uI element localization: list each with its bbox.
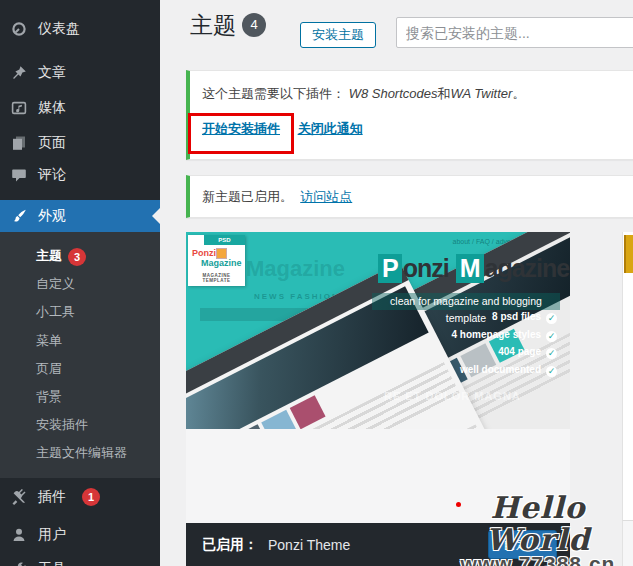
check-icon: ✓ (546, 366, 557, 377)
submenu-item-background[interactable]: 背景 (0, 383, 160, 411)
feature-item: well documented✓ (452, 361, 557, 379)
active-theme-status: 已启用： (202, 536, 258, 554)
check-icon: ✓ (546, 331, 557, 342)
submenu-item-menus[interactable]: 菜单 (0, 327, 160, 355)
plugin-icon (10, 488, 28, 506)
logo-subtitle: MAGAZINE TEMPLATE (188, 273, 245, 283)
sidebar-item-tools[interactable]: 工具 (0, 552, 160, 566)
psd-logo-card: PSD Ponzi Magazine MAGAZINE TEMPLATE (188, 235, 245, 286)
theme-screenshot[interactable]: Magazine NEWS FASHION CELEBRITY about / … (186, 232, 570, 429)
sidebar-item-label: 媒体 (38, 99, 66, 117)
sidebar-item-media[interactable]: 媒体 (0, 91, 160, 125)
feature-item: 4 homepage styles✓ (452, 326, 557, 344)
next-theme-card-footer-edge (622, 520, 633, 566)
dashboard-icon (10, 20, 28, 38)
theme-count-badge: 4 (242, 13, 266, 37)
dismiss-notice-link[interactable]: 关闭此通知 (298, 121, 363, 136)
plugin-required-notice: 这个主题需要以下插件： W8 Shortcodes和WA Twitter。 开始… (186, 70, 633, 160)
submenu-item-header[interactable]: 页眉 (0, 355, 160, 383)
sidebar-item-label: 页面 (38, 134, 66, 152)
submenu-item-theme-editor[interactable]: 主题文件编辑器 (0, 439, 160, 467)
sidebar-item-comments[interactable]: 评论 (0, 158, 160, 192)
pushpin-icon (10, 64, 28, 82)
sidebar-item-appearance[interactable]: 外观 (0, 200, 160, 232)
next-theme-screenshot-edge (624, 235, 633, 273)
sidebar-item-dashboard[interactable]: 仪表盘 (0, 12, 160, 46)
next-theme-card-edge[interactable] (622, 232, 633, 520)
submenu-item-install-plugins[interactable]: 安装插件 (0, 411, 160, 439)
theme-activated-notice: 新主题已启用。 访问站点 (186, 175, 633, 218)
media-icon (10, 99, 28, 117)
plugin-name: W8 Shortcodes (349, 86, 438, 101)
feature-list: 8 psd files✓ 4 homepage styles✓ 404 page… (452, 308, 557, 378)
active-theme-name: Ponzi Theme (268, 537, 350, 553)
sidebar-item-label: 工具 (38, 560, 66, 566)
wrench-icon (10, 560, 28, 566)
sidebar-item-label: 用户 (38, 526, 66, 544)
plugin-name: WA Twitter (451, 86, 513, 101)
screenshot-banner-text: RE ET DOLOR MAGNA (384, 390, 521, 402)
sidebar-item-label: 外观 (38, 207, 66, 225)
sidebar-item-plugins[interactable]: 插件 1 (0, 480, 160, 514)
feature-item: 8 psd files✓ (452, 308, 557, 326)
active-theme-bar: 已启用： Ponzi Theme 自定义 (186, 523, 570, 566)
visit-site-link[interactable]: 访问站点 (300, 189, 352, 204)
sidebar-item-label: 仪表盘 (38, 20, 80, 38)
submenu-item-widgets[interactable]: 小工具 (0, 298, 160, 326)
themes-update-badge: 3 (68, 248, 86, 266)
sidebar-item-posts[interactable]: 文章 (0, 56, 160, 90)
check-icon: ✓ (546, 348, 557, 359)
submenu-item-themes[interactable]: 主题3 (0, 242, 160, 270)
plugin-required-text: 这个主题需要以下插件： W8 Shortcodes和WA Twitter。 (202, 85, 633, 103)
sidebar-item-label: 插件 (38, 488, 66, 506)
theme-activated-text: 新主题已启用。 访问站点 (202, 188, 633, 206)
sidebar-item-pages[interactable]: 页面 (0, 126, 160, 160)
sidebar-item-users[interactable]: 用户 (0, 518, 160, 552)
pages-icon (10, 134, 28, 152)
check-icon: ✓ (546, 313, 557, 324)
background-site-title: Magazine (246, 256, 345, 282)
theme-card-body (186, 429, 570, 523)
appearance-submenu: 主题3 自定义 小工具 菜单 页眉 背景 安装插件 主题文件编辑器 (0, 232, 160, 478)
screenshot-theme-title: PonziMagazine (378, 254, 569, 283)
sidebar-item-label: 评论 (38, 166, 66, 184)
ponzi-logo: Ponzi Magazine (192, 248, 242, 268)
customize-button[interactable]: 自定义 (488, 530, 557, 559)
comment-icon (10, 166, 28, 184)
user-icon (10, 526, 28, 544)
begin-install-plugins-link[interactable]: 开始安装插件 (202, 121, 280, 136)
admin-sidebar: 仪表盘 文章 媒体 页面 评论 外观 主题3 自定义 小工具 菜单 (0, 0, 160, 566)
psd-badge: PSD (204, 235, 245, 245)
paintbrush-icon (10, 207, 28, 225)
plugins-update-badge: 1 (82, 488, 100, 506)
feature-item: 404 page✓ (452, 343, 557, 361)
sidebar-item-label: 文章 (38, 64, 66, 82)
install-theme-button[interactable]: 安装主题 (300, 22, 376, 48)
search-themes-input[interactable] (396, 17, 633, 48)
submenu-item-customize[interactable]: 自定义 (0, 270, 160, 298)
page-title: 主题 (190, 10, 236, 41)
